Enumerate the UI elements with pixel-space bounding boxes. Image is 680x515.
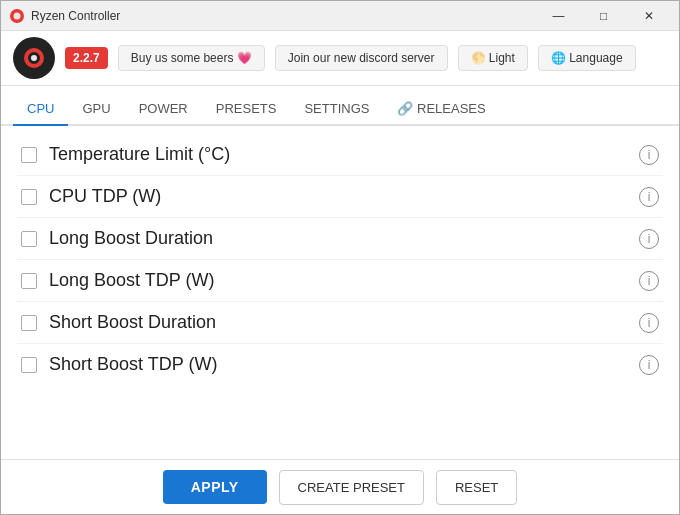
checkbox-temp-limit[interactable]	[21, 147, 37, 163]
setting-row-cpu-tdp: CPU TDP (W)i	[17, 176, 663, 218]
version-badge: 2.2.7	[65, 47, 108, 69]
toolbar: 2.2.7 Buy us some beers 💗 Join our new d…	[1, 31, 679, 86]
beers-button[interactable]: Buy us some beers 💗	[118, 45, 265, 71]
language-button[interactable]: 🌐 Language	[538, 45, 636, 71]
titlebar-title: Ryzen Controller	[31, 9, 536, 23]
apply-button[interactable]: APPLY	[163, 470, 267, 504]
label-short-boost-duration: Short Boost Duration	[49, 312, 627, 333]
ryzen-logo	[20, 44, 48, 72]
tab-gpu[interactable]: GPU	[68, 93, 124, 126]
label-long-boost-tdp: Long Boost TDP (W)	[49, 270, 627, 291]
info-icon-short-boost-duration[interactable]: i	[639, 313, 659, 333]
label-long-boost-duration: Long Boost Duration	[49, 228, 627, 249]
svg-point-3	[31, 55, 37, 61]
minimize-button[interactable]: —	[536, 1, 581, 31]
info-icon-long-boost-duration[interactable]: i	[639, 229, 659, 249]
footer: APPLY CREATE PRESET RESET	[1, 459, 679, 514]
close-button[interactable]: ✕	[626, 1, 671, 31]
svg-point-1	[14, 12, 21, 19]
checkbox-short-boost-duration[interactable]	[21, 315, 37, 331]
tab-power[interactable]: POWER	[125, 93, 202, 126]
titlebar: Ryzen Controller — □ ✕	[1, 1, 679, 31]
create-preset-button[interactable]: CREATE PRESET	[279, 470, 424, 505]
app-logo	[13, 37, 55, 79]
setting-row-long-boost-duration: Long Boost Durationi	[17, 218, 663, 260]
info-icon-temp-limit[interactable]: i	[639, 145, 659, 165]
window-controls: — □ ✕	[536, 1, 671, 31]
maximize-button[interactable]: □	[581, 1, 626, 31]
tab-releases[interactable]: 🔗 RELEASES	[383, 93, 499, 126]
info-icon-cpu-tdp[interactable]: i	[639, 187, 659, 207]
setting-row-temp-limit: Temperature Limit (°C)i	[17, 134, 663, 176]
info-icon-long-boost-tdp[interactable]: i	[639, 271, 659, 291]
checkbox-short-boost-tdp[interactable]	[21, 357, 37, 373]
tab-presets[interactable]: PRESETS	[202, 93, 291, 126]
label-cpu-tdp: CPU TDP (W)	[49, 186, 627, 207]
app-icon	[9, 8, 25, 24]
checkbox-cpu-tdp[interactable]	[21, 189, 37, 205]
tab-cpu[interactable]: CPU	[13, 93, 68, 126]
checkbox-long-boost-duration[interactable]	[21, 231, 37, 247]
discord-button[interactable]: Join our new discord server	[275, 45, 448, 71]
reset-button[interactable]: RESET	[436, 470, 517, 505]
label-temp-limit: Temperature Limit (°C)	[49, 144, 627, 165]
setting-row-short-boost-tdp: Short Boost TDP (W)i	[17, 344, 663, 385]
tab-bar: CPUGPUPOWERPRESETSSETTINGS🔗 RELEASES	[1, 86, 679, 126]
main-content: Temperature Limit (°C)iCPU TDP (W)iLong …	[1, 126, 679, 459]
info-icon-short-boost-tdp[interactable]: i	[639, 355, 659, 375]
setting-row-long-boost-tdp: Long Boost TDP (W)i	[17, 260, 663, 302]
label-short-boost-tdp: Short Boost TDP (W)	[49, 354, 627, 375]
checkbox-long-boost-tdp[interactable]	[21, 273, 37, 289]
light-button[interactable]: 🌕 Light	[458, 45, 528, 71]
setting-row-short-boost-duration: Short Boost Durationi	[17, 302, 663, 344]
tab-settings[interactable]: SETTINGS	[290, 93, 383, 126]
